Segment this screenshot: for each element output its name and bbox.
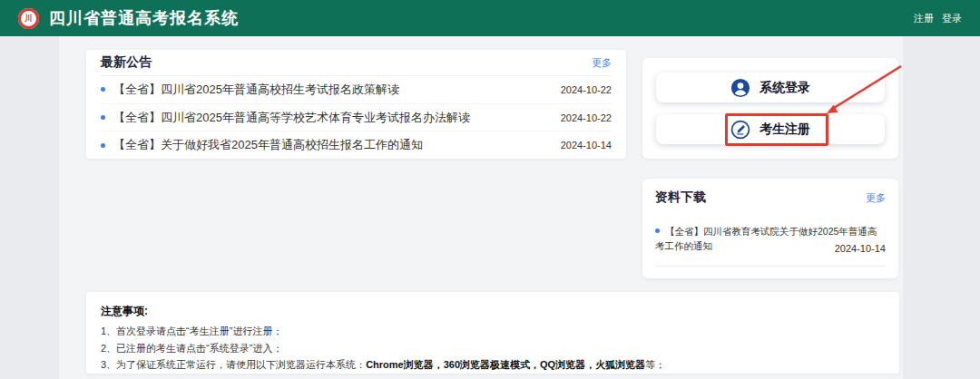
actions-card: 系统登录 考生注册 (642, 58, 898, 159)
downloads-card: 资料下载 更多 【全省】四川省教育考试院关于做好2025年普通高考工作的通知 2… (642, 179, 898, 278)
notes-line-3: 3、为了保证系统正常运行，请使用以下浏览器运行本系统：Chrome浏览器，360… (101, 357, 885, 373)
app-title: 四川省普通高考报名系统 (49, 7, 239, 29)
announcement-text: 【全省】四川省2025年普通高校招生考试报名政策解读 (113, 82, 550, 98)
header-nav: 注册 登录 (914, 12, 962, 25)
announcement-item[interactable]: 【全省】关于做好我省2025年普通高校招生报名工作的通知 2024-10-14 (101, 131, 612, 159)
login-link[interactable]: 登录 (942, 12, 962, 25)
announcements-title: 最新公告 (101, 54, 152, 71)
notes-line-1: 1、首次登录请点击“考生注册”进行注册； (101, 324, 885, 339)
user-circle-icon (730, 78, 750, 98)
bullet-icon (101, 115, 105, 120)
downloads-more-link[interactable]: 更多 (866, 191, 886, 205)
system-login-button[interactable]: 系统登录 (656, 73, 885, 102)
announcement-date: 2024-10-22 (561, 84, 612, 95)
page: 川 四川省普通高考报名系统 注册 登录 最新公告 更多 【全省】四川省2025年… (0, 0, 980, 379)
announcement-text: 【全省】关于做好我省2025年普通高校招生报名工作的通知 (113, 137, 550, 153)
edit-circle-icon (730, 120, 750, 140)
announcements-list: 【全省】四川省2025年普通高校招生考试报名政策解读 2024-10-22 【全… (101, 76, 612, 159)
announcement-item[interactable]: 【全省】四川省2025年普通高校招生考试报名政策解读 2024-10-22 (101, 76, 612, 104)
announcement-date: 2024-10-22 (561, 112, 612, 123)
bullet-icon (101, 143, 105, 148)
notes-card: 注意事项: 1、首次登录请点击“考生注册”进行注册； 2、已注册的考生请点击“系… (86, 292, 899, 374)
announcement-date: 2024-10-14 (561, 140, 612, 151)
app-logo-icon: 川 (18, 8, 39, 29)
bullet-icon (655, 228, 660, 233)
content-wrapper: 最新公告 更多 【全省】四川省2025年普通高校招生考试报名政策解读 2024-… (59, 36, 903, 379)
download-item[interactable]: 【全省】四川省教育考试院关于做好2025年普通高考工作的通知 2024-10-1… (655, 224, 886, 267)
bullet-icon (101, 87, 105, 92)
announcement-item[interactable]: 【全省】四川省2025年普通高等学校艺术体育专业考试报名办法解读 2024-10… (101, 104, 612, 132)
download-date: 2024-10-14 (829, 243, 886, 254)
announcements-more-link[interactable]: 更多 (592, 56, 612, 70)
downloads-title: 资料下载 (655, 190, 706, 206)
announcement-text: 【全省】四川省2025年普通高等学校艺术体育专业考试报名办法解读 (113, 110, 550, 126)
announcements-header: 最新公告 更多 (101, 50, 612, 76)
logo-glyph: 川 (24, 15, 33, 23)
app-header: 川 四川省普通高考报名系统 注册 登录 (0, 0, 980, 36)
announcements-card: 最新公告 更多 【全省】四川省2025年普通高校招生考试报名政策解读 2024-… (86, 50, 626, 159)
register-link[interactable]: 注册 (914, 12, 934, 25)
system-login-label: 系统登录 (760, 80, 810, 96)
downloads-header: 资料下载 更多 (655, 186, 886, 209)
candidate-register-button[interactable]: 考生注册 (656, 114, 885, 144)
notes-title: 注意事项: (101, 304, 885, 319)
notes-line-2: 2、已注册的考生请点击“系统登录”进入； (101, 341, 885, 356)
candidate-register-label: 考生注册 (760, 121, 810, 138)
